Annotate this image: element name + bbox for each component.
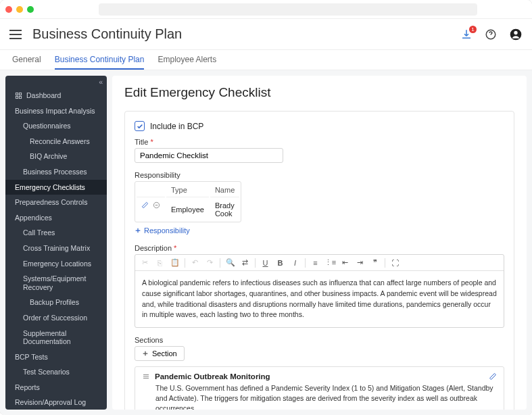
- sidebar-item-preparedness[interactable]: Preparedness Controls: [5, 195, 107, 210]
- sidebar-item-bus-processes[interactable]: Business Processes: [5, 164, 107, 180]
- delete-row-icon[interactable]: [153, 201, 160, 210]
- tab-employee-alerts[interactable]: Employee Alerts: [158, 55, 216, 70]
- title-label: Title: [135, 138, 504, 146]
- menu-icon[interactable]: [9, 30, 22, 39]
- svg-rect-6: [19, 96, 21, 98]
- col-name: Name: [210, 183, 239, 197]
- sidebar-item-sys-recovery[interactable]: Systems/Equipment Recovery: [5, 271, 107, 295]
- download-button[interactable]: 1: [460, 28, 473, 41]
- sidebar-item-dashboard[interactable]: Dashboard: [5, 88, 107, 103]
- description-label: Description: [135, 244, 504, 252]
- add-section-label: Section: [152, 349, 177, 358]
- user-icon[interactable]: [509, 28, 523, 41]
- bold-icon[interactable]: B: [275, 258, 285, 268]
- svg-rect-5: [16, 96, 18, 98]
- svg-rect-4: [19, 93, 21, 95]
- indent-icon[interactable]: ⇥: [355, 258, 365, 268]
- checklist-form: Include in BCP Title Responsibility Type…: [124, 111, 514, 410]
- sidebar-item-backup-profiles[interactable]: Backup Profiles: [5, 295, 107, 310]
- download-badge: 1: [469, 26, 477, 33]
- app-title: Business Continuity Plan: [32, 26, 460, 42]
- sidebar-item-emergency-checklists[interactable]: Emergency Checklists: [5, 180, 107, 195]
- section-card: Pandemic Outbreak Monitoring The U.S. Go…: [135, 366, 504, 410]
- window-titlebar: [0, 0, 532, 19]
- section-description: The U.S. Government has defined a Pandem…: [142, 383, 497, 410]
- search-icon[interactable]: 🔍: [225, 258, 235, 268]
- tab-bcp[interactable]: Business Continuity Plan: [55, 55, 145, 70]
- svg-rect-3: [16, 93, 18, 95]
- sidebar-item-cross-training[interactable]: Cross Training Matrix: [5, 241, 107, 256]
- sidebar-item-bia[interactable]: Business Impact Analysis: [5, 103, 107, 119]
- replace-icon[interactable]: ⇄: [240, 258, 250, 268]
- drag-handle-icon[interactable]: [142, 372, 150, 381]
- checkmark-icon: [137, 123, 143, 130]
- paste-icon[interactable]: 📋: [170, 258, 180, 268]
- add-responsibility-link[interactable]: Responsibility: [135, 226, 190, 235]
- redo-icon: ↷: [205, 258, 215, 268]
- sidebar-label: Dashboard: [26, 91, 61, 100]
- sidebar-item-call-trees[interactable]: Call Trees: [5, 225, 107, 241]
- add-section-button[interactable]: Section: [135, 346, 185, 361]
- sidebar-item-appendices[interactable]: Appendices: [5, 210, 107, 226]
- main-tabs: General Business Continuity Plan Employe…: [0, 50, 532, 70]
- quote-icon[interactable]: ❞: [370, 258, 380, 268]
- plus-icon: [135, 227, 141, 234]
- numbered-list-icon[interactable]: ⋮≡: [325, 258, 335, 268]
- sidebar-item-supp-doc[interactable]: Supplemental Documentation: [5, 326, 107, 349]
- editor-toolbar: ✂ ⎘ 📋 ↶ ↷ 🔍 ⇄ U B I ≡: [135, 255, 504, 271]
- page-title: Edit Emergency Checklist: [124, 85, 514, 100]
- maximize-window-dot[interactable]: [27, 6, 34, 13]
- rich-text-editor: ✂ ⎘ 📋 ↶ ↷ 🔍 ⇄ U B I ≡: [135, 254, 504, 328]
- address-bar[interactable]: [99, 3, 477, 16]
- outdent-icon[interactable]: ⇤: [340, 258, 350, 268]
- bullet-list-icon[interactable]: ≡: [310, 258, 320, 268]
- responsibility-label: Responsibility: [135, 171, 504, 179]
- minimize-window-dot[interactable]: [16, 6, 23, 13]
- title-input[interactable]: [135, 148, 283, 163]
- plus-icon: [142, 350, 149, 357]
- resp-name: Brady Cook: [210, 199, 239, 220]
- dashboard-icon: [15, 92, 22, 99]
- cut-icon: ✂: [140, 258, 150, 268]
- fullscreen-icon[interactable]: ⛶: [390, 258, 400, 268]
- sidebar-item-test-scenarios[interactable]: Test Scenarios: [5, 364, 107, 380]
- sidebar-item-questionnaires[interactable]: Questionnaires: [5, 118, 107, 134]
- include-in-bcp-label: Include in BCP: [150, 122, 203, 131]
- tab-general[interactable]: General: [12, 55, 41, 70]
- underline-icon[interactable]: U: [260, 258, 270, 268]
- sections-label: Sections: [135, 336, 504, 344]
- close-window-dot[interactable]: [5, 6, 12, 13]
- app-header: Business Continuity Plan 1: [0, 19, 532, 50]
- add-responsibility-label: Responsibility: [144, 226, 190, 235]
- sidebar: « Dashboard Business Impact Analysis Que…: [5, 76, 107, 410]
- col-type: Type: [166, 183, 209, 197]
- editor-body[interactable]: A biological pandemic refers to infectio…: [135, 271, 504, 327]
- collapse-sidebar-icon[interactable]: «: [5, 76, 107, 88]
- sidebar-item-reports[interactable]: Reports: [5, 380, 107, 395]
- sidebar-item-emergency-loc[interactable]: Emergency Locations: [5, 256, 107, 272]
- include-in-bcp-checkbox[interactable]: [135, 121, 145, 131]
- edit-row-icon[interactable]: [141, 201, 149, 210]
- sidebar-item-revision-log[interactable]: Revision/Approval Log: [5, 395, 107, 410]
- copy-icon: ⎘: [155, 258, 165, 268]
- sidebar-item-bcp-tests[interactable]: BCP Tests: [5, 349, 107, 365]
- sidebar-item-biq-archive[interactable]: BIQ Archive: [5, 149, 107, 164]
- svg-point-2: [514, 30, 517, 34]
- undo-icon: ↶: [190, 258, 200, 268]
- responsibility-table: Type Name Employee Brady Cook: [135, 181, 241, 222]
- responsibility-row: Employee Brady Cook: [137, 199, 239, 220]
- sidebar-item-succession[interactable]: Order of Succession: [5, 310, 107, 326]
- section-title: Pandemic Outbreak Monitoring: [155, 372, 270, 381]
- edit-section-icon[interactable]: [489, 372, 497, 381]
- resp-type: Employee: [166, 199, 209, 220]
- sidebar-item-reconcile[interactable]: Reconcile Answers: [5, 134, 107, 149]
- italic-icon[interactable]: I: [290, 258, 300, 268]
- help-icon[interactable]: [485, 28, 497, 41]
- main-content: Edit Emergency Checklist Include in BCP …: [112, 76, 527, 410]
